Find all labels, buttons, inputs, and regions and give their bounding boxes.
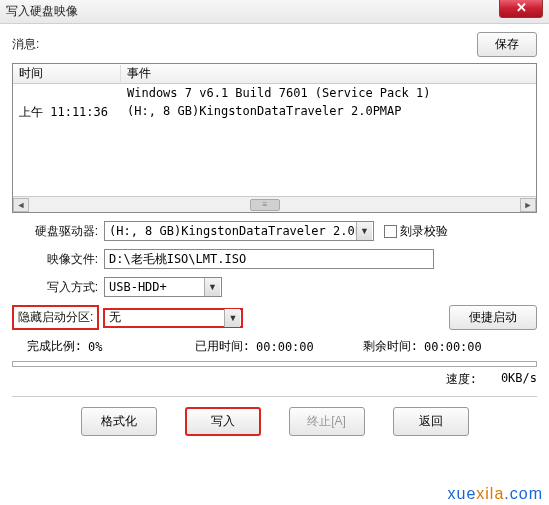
info-label: 消息: [12, 36, 39, 53]
remain-value: 00:00:00 [424, 340, 482, 354]
remain-label: 剩余时间: [348, 338, 422, 355]
log-col-time: 时间 [13, 65, 121, 82]
elapsed-value: 00:00:00 [256, 340, 346, 354]
write-mode-select[interactable]: USB-HDD+ ▼ [104, 277, 222, 297]
abort-button[interactable]: 终止[A] [289, 407, 365, 436]
button-row: 格式化 写入 终止[A] 返回 [12, 407, 537, 436]
speed-value: 0KB/s [501, 371, 537, 388]
hidden-partition-label: 隐藏启动分区: [12, 305, 99, 330]
format-button[interactable]: 格式化 [81, 407, 157, 436]
window-title: 写入硬盘映像 [6, 3, 78, 20]
mode-label: 写入方式: [12, 279, 104, 296]
scroll-thumb[interactable]: ≡ [250, 199, 280, 211]
verify-label: 刻录校验 [400, 223, 448, 240]
chevron-down-icon: ▼ [204, 278, 220, 296]
log-hscrollbar[interactable]: ◄ ≡ ► [13, 196, 536, 212]
write-mode-value: USB-HDD+ [109, 280, 204, 294]
watermark: xuexila.com [448, 485, 543, 503]
divider [12, 396, 537, 397]
log-cell-event: Windows 7 v6.1 Build 7601 (Service Pack … [121, 86, 536, 100]
scroll-right-icon[interactable]: ► [520, 198, 536, 212]
chevron-down-icon: ▼ [356, 222, 372, 240]
scroll-track[interactable]: ≡ [29, 198, 520, 212]
chevron-down-icon: ▼ [224, 309, 240, 327]
image-label: 映像文件: [12, 251, 104, 268]
log-cell-time [13, 86, 121, 100]
write-button[interactable]: 写入 [185, 407, 261, 436]
log-col-event: 事件 [121, 65, 536, 82]
log-header: 时间 事件 [13, 64, 536, 84]
back-button[interactable]: 返回 [393, 407, 469, 436]
dialog-content: 消息: 保存 时间 事件 Windows 7 v6.1 Build 7601 (… [0, 24, 549, 440]
image-file-input[interactable]: D:\老毛桃ISO\LMT.ISO [104, 249, 434, 269]
log-cell-event: (H:, 8 GB)KingstonDataTraveler 2.0PMAP [121, 104, 536, 121]
elapsed-label: 已用时间: [180, 338, 254, 355]
scroll-left-icon[interactable]: ◄ [13, 198, 29, 212]
hidden-partition-select[interactable]: 无 ▼ [103, 308, 243, 328]
drive-select-value: (H:, 8 GB)KingstonDataTraveler 2.0PMAP [109, 224, 356, 238]
done-value: 0% [88, 340, 178, 354]
drive-label: 硬盘驱动器: [12, 223, 104, 240]
speed-label: 速度: [446, 371, 477, 388]
easy-boot-button[interactable]: 便捷启动 [449, 305, 537, 330]
window-titlebar: 写入硬盘映像 ✕ [0, 0, 549, 24]
log-panel: 时间 事件 Windows 7 v6.1 Build 7601 (Service… [12, 63, 537, 213]
save-button[interactable]: 保存 [477, 32, 537, 57]
progress-bar [12, 361, 537, 367]
log-cell-time: 上午 11:11:36 [13, 104, 121, 121]
checkbox-icon [384, 225, 397, 238]
verify-checkbox[interactable]: 刻录校验 [384, 223, 448, 240]
drive-select[interactable]: (H:, 8 GB)KingstonDataTraveler 2.0PMAP ▼ [104, 221, 374, 241]
close-button[interactable]: ✕ [499, 0, 543, 18]
progress-row: 完成比例: 0% 已用时间: 00:00:00 剩余时间: 00:00:00 [12, 338, 537, 355]
hidden-partition-value: 无 [109, 309, 224, 326]
done-label: 完成比例: [12, 338, 86, 355]
table-row: 上午 11:11:36 (H:, 8 GB)KingstonDataTravel… [13, 102, 536, 123]
table-row: Windows 7 v6.1 Build 7601 (Service Pack … [13, 84, 536, 102]
